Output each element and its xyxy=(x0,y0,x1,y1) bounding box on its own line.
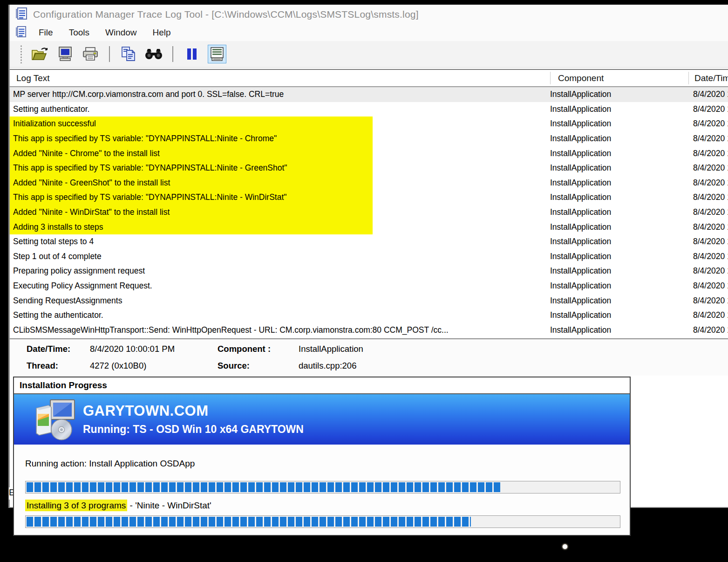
datetime-cell: 8/4/2020 1 xyxy=(693,264,728,279)
title-bar: Configuration Manager Trace Log Tool - [… xyxy=(10,5,728,24)
dialog-banner: GARYTOWN.COM Running: TS - OSD Win 10 x6… xyxy=(14,394,630,445)
component-cell: InstallApplication xyxy=(550,279,685,294)
datetime-cell: 8/4/2020 1 xyxy=(693,161,728,176)
log-row[interactable]: Setting the authenticator.InstallApplica… xyxy=(10,308,728,323)
log-text-cell: Setting authenticator. xyxy=(13,102,544,117)
detail-label-thread: Thread: xyxy=(27,361,58,371)
log-text-cell: CLibSMSMessageWinHttpTransport::Send: Wi… xyxy=(13,323,544,338)
log-row[interactable]: Added "Ninite - GreenShot" to the instal… xyxy=(10,176,728,191)
log-row[interactable]: This app is specified by TS variable: "D… xyxy=(10,190,728,205)
log-text-cell: Setting the authenticator. xyxy=(13,308,544,323)
detail-label-datetime: Date/Time: xyxy=(27,344,70,354)
software-install-icon xyxy=(33,398,77,443)
log-text-cell: Adding 3 installs to steps xyxy=(13,219,544,234)
log-text-cell: Added "Ninite - Chrome" to the install l… xyxy=(13,146,544,161)
window-title: Configuration Manager Trace Log Tool - [… xyxy=(33,9,419,20)
detail-value-component: InstallApplication xyxy=(299,344,363,354)
copy-button[interactable] xyxy=(119,45,138,63)
component-cell: InstallApplication xyxy=(550,308,685,323)
datetime-cell: 8/4/2020 1 xyxy=(693,249,728,264)
dialog-title: Installation Progress xyxy=(20,380,107,391)
error-lookup-button[interactable] xyxy=(208,45,226,63)
pause-icon xyxy=(186,47,198,61)
open-file-icon xyxy=(31,47,49,62)
log-row[interactable]: Sending RequestAssignmentsInstallApplica… xyxy=(10,293,728,308)
component-cell: InstallApplication xyxy=(550,293,685,308)
cursor-dot xyxy=(563,544,567,549)
log-row[interactable]: Executing Policy Assignment Request.Inst… xyxy=(10,279,728,294)
log-text-cell: Setting total steps to 4 xyxy=(13,234,544,249)
log-row[interactable]: MP server http://CM.corp.viamonstra.com … xyxy=(10,87,728,102)
toolbar xyxy=(10,41,728,68)
toolbar-gripper xyxy=(20,45,22,63)
datetime-cell: 8/4/2020 1 xyxy=(693,279,728,294)
overall-progress-fill xyxy=(27,517,471,527)
datetime-cell: 8/4/2020 1 xyxy=(693,176,728,191)
menu-tools[interactable]: Tools xyxy=(69,27,89,38)
component-cell: InstallApplication xyxy=(550,205,685,220)
install-status-highlight: Installing 3 of 3 programs xyxy=(25,500,127,511)
log-row[interactable]: Added "Ninite - WinDirStat" to the insta… xyxy=(10,205,728,220)
log-row[interactable]: Preparing policy assignment requestInsta… xyxy=(10,264,728,279)
menu-file[interactable]: File xyxy=(39,27,53,38)
component-cell: InstallApplication xyxy=(550,131,685,146)
find-binoculars-icon xyxy=(145,47,163,61)
datetime-cell: 8/4/2020 1 xyxy=(693,205,728,220)
toolbar-separator xyxy=(109,46,110,62)
column-header-logtext[interactable]: Log Text xyxy=(16,70,49,86)
datetime-cell: 8/4/2020 1 xyxy=(693,87,728,102)
log-text-cell: This app is specified by TS variable: "D… xyxy=(13,131,544,146)
datetime-cell: 8/4/2020 1 xyxy=(693,131,728,146)
log-text-cell: MP server http://CM.corp.viamonstra.com … xyxy=(13,87,544,102)
log-row[interactable]: This app is specified by TS variable: "D… xyxy=(10,131,728,146)
background-text-fragment: E xyxy=(9,487,13,500)
component-cell: InstallApplication xyxy=(550,117,685,131)
datetime-cell: 8/4/2020 1 xyxy=(693,323,728,338)
menu-bar: File Tools Window Help xyxy=(10,24,728,41)
installation-progress-dialog: Installation Progress xyxy=(13,377,631,536)
column-divider[interactable] xyxy=(688,72,689,84)
log-text-cell: Executing Policy Assignment Request. xyxy=(13,279,544,294)
toolbar-separator xyxy=(172,46,173,62)
log-row[interactable]: CLibSMSMessageWinHttpTransport::Send: Wi… xyxy=(10,323,728,338)
computer-button[interactable] xyxy=(56,45,75,63)
datetime-cell: 8/4/2020 1 xyxy=(693,219,728,234)
print-button[interactable] xyxy=(81,45,100,63)
component-cell: InstallApplication xyxy=(550,87,685,102)
find-button[interactable] xyxy=(144,45,163,63)
component-cell: InstallApplication xyxy=(550,264,685,279)
pause-button[interactable] xyxy=(183,45,201,63)
action-progress-bar xyxy=(25,481,620,493)
log-text-cell: Added "Ninite - GreenShot" to the instal… xyxy=(13,176,544,191)
log-text-cell: Sending RequestAssignments xyxy=(13,293,544,308)
open-button[interactable] xyxy=(31,45,49,63)
log-text-cell: Preparing policy assignment request xyxy=(13,264,544,279)
log-row[interactable]: Added "Ninite - Chrome" to the install l… xyxy=(10,146,728,161)
detail-pane: Date/Time: 8/4/2020 10:00:01 PM Componen… xyxy=(10,338,728,376)
component-cell: InstallApplication xyxy=(550,176,685,191)
log-row[interactable]: Setting total steps to 4InstallApplicati… xyxy=(10,234,728,249)
datetime-cell: 8/4/2020 1 xyxy=(693,234,728,249)
menu-help[interactable]: Help xyxy=(153,27,171,38)
column-divider[interactable] xyxy=(550,72,551,84)
detail-label-source: Source: xyxy=(218,361,250,371)
component-cell: InstallApplication xyxy=(550,102,685,117)
install-status-text: Installing 3 of 3 programs - 'Ninite - W… xyxy=(25,500,211,511)
detail-label-component: Component : xyxy=(218,344,271,354)
component-cell: InstallApplication xyxy=(550,146,685,161)
detail-value-source: dautils.cpp:206 xyxy=(299,361,356,371)
datetime-cell: 8/4/2020 1 xyxy=(693,308,728,323)
datetime-cell: 8/4/2020 1 xyxy=(693,293,728,308)
log-row[interactable]: Adding 3 installs to stepsInstallApplica… xyxy=(10,219,728,234)
column-header-datetime[interactable]: Date/Time xyxy=(694,70,728,86)
column-header-component[interactable]: Component xyxy=(558,70,604,86)
component-cell: InstallApplication xyxy=(550,161,685,176)
log-row[interactable]: This app is specified by TS variable: "D… xyxy=(10,161,728,176)
component-cell: InstallApplication xyxy=(550,190,685,205)
component-cell: InstallApplication xyxy=(550,249,685,264)
log-row[interactable]: Setting authenticator.InstallApplication… xyxy=(10,102,728,117)
menu-window[interactable]: Window xyxy=(105,27,137,38)
log-row[interactable]: Initialization successfulInstallApplicat… xyxy=(10,117,728,131)
log-row[interactable]: Step 1 out of 4 completeInstallApplicati… xyxy=(10,249,728,264)
dialog-body: Running action: Install Application OSDA… xyxy=(14,445,630,535)
